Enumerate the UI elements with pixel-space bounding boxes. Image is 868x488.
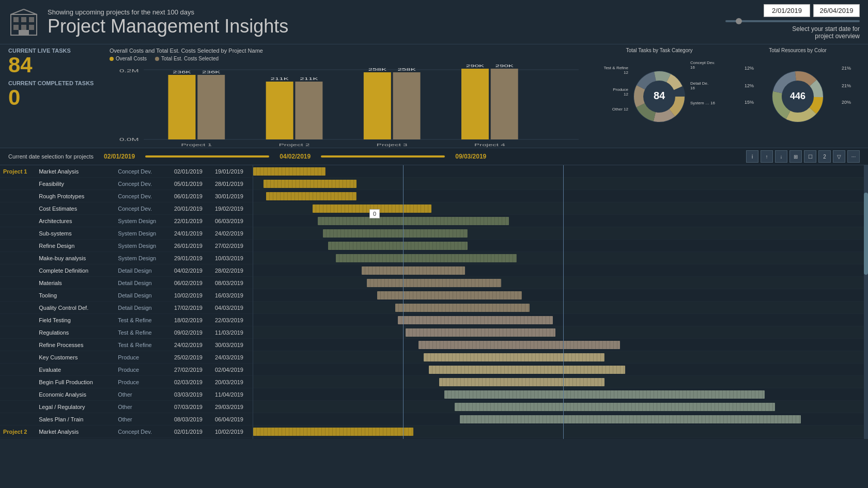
gantt-row[interactable]: Legal / Regulatory Other 07/03/2019 29/0… xyxy=(0,401,253,413)
legend-est-label: Total Est. Costs Selected xyxy=(161,56,219,61)
gantt-scrollbar-thumb[interactable] xyxy=(864,193,868,275)
gantt-start: 26/01/2019 xyxy=(171,242,212,250)
gantt-project xyxy=(0,270,36,272)
svg-text:236K: 236K xyxy=(202,70,220,74)
svg-rect-25 xyxy=(393,72,421,139)
info-icon[interactable]: i xyxy=(746,150,758,163)
gantt-bar[interactable] xyxy=(266,192,357,200)
res-label-6: 20% xyxy=(842,100,860,105)
gantt-bar[interactable] xyxy=(323,229,468,238)
gantt-row[interactable]: Materials Detail Design 06/02/2019 08/03… xyxy=(0,277,253,289)
gantt-bar[interactable] xyxy=(429,366,625,374)
gantt-row[interactable]: Economic Analysis Other 03/03/2019 11/04… xyxy=(0,388,253,401)
gantt-bar[interactable] xyxy=(336,254,517,262)
slider-thumb[interactable] xyxy=(736,18,742,24)
gantt-row[interactable]: Refine Processes Test & Refine 24/02/201… xyxy=(0,339,253,351)
gantt-end: 19/01/2019 xyxy=(212,167,253,176)
export-down-icon[interactable]: ↓ xyxy=(775,150,787,163)
gantt-bar[interactable] xyxy=(460,415,801,423)
gantt-bar[interactable] xyxy=(264,180,357,188)
gantt-bar-row xyxy=(253,215,868,227)
gantt-bar[interactable] xyxy=(253,167,326,176)
date-selection-track-1[interactable] xyxy=(145,155,269,158)
gantt-row[interactable]: Quality Control Def. Detail Design 17/02… xyxy=(0,302,253,314)
gantt-start: 07/03/2019 xyxy=(171,403,212,411)
gantt-start: 03/03/2019 xyxy=(171,390,212,399)
date-selection-track-2[interactable] xyxy=(321,155,445,158)
gantt-start: 29/01/2019 xyxy=(171,254,212,262)
res-label-4: 21% xyxy=(842,66,860,71)
gantt-end: 30/01/2019 xyxy=(212,192,253,200)
gantt-row[interactable]: Sales Plan / Train Other 08/03/2019 06/0… xyxy=(0,413,253,426)
gantt-bar[interactable] xyxy=(377,291,522,300)
gantt-row[interactable]: Architectures System Design 22/01/2019 0… xyxy=(0,215,253,227)
gantt-row[interactable]: Complete Definition Detail Design 04/02/… xyxy=(0,264,253,277)
gantt-bar[interactable] xyxy=(328,242,468,250)
export-up-icon[interactable]: ↑ xyxy=(761,150,773,163)
svg-rect-1 xyxy=(13,17,19,22)
svg-rect-5 xyxy=(21,25,26,30)
svg-rect-20 xyxy=(295,82,322,139)
gantt-end: 06/03/2019 xyxy=(212,217,253,225)
gantt-bar[interactable] xyxy=(398,316,553,324)
gantt-bar-row xyxy=(253,376,868,388)
gantt-bar[interactable] xyxy=(318,217,509,225)
gantt-row[interactable]: Project 1 Market Analysis Concept Dev. 0… xyxy=(0,165,253,178)
gantt-row[interactable]: Field Testing Test & Refine 18/02/2019 2… xyxy=(0,314,253,326)
gantt-start: 08/03/2019 xyxy=(171,415,212,423)
date-range-slider[interactable] xyxy=(725,20,860,22)
bar-chart-legend: Overall Costs Total Est. Costs Selected xyxy=(110,56,579,61)
more-icon[interactable]: ··· xyxy=(847,150,860,163)
svg-rect-3 xyxy=(29,17,34,22)
gantt-category: Produce xyxy=(115,366,171,374)
gantt-row[interactable]: Regulations Test & Refine 09/02/2019 11/… xyxy=(0,326,253,339)
gantt-bar[interactable] xyxy=(253,428,413,436)
gantt-task: Economic Analysis xyxy=(36,390,115,399)
gantt-row[interactable]: Begin Full Production Produce 02/03/2019… xyxy=(0,376,253,388)
gantt-category: Detail Design xyxy=(115,291,171,300)
gantt-bar[interactable] xyxy=(395,304,530,312)
start-date-input[interactable]: 2/01/2019 xyxy=(764,4,810,17)
gantt-start: 02/01/2019 xyxy=(171,167,212,176)
gantt-row[interactable]: Refine Design System Design 26/01/2019 2… xyxy=(0,240,253,252)
filter-icon[interactable]: ▽ xyxy=(833,150,845,163)
gantt-category: Detail Design xyxy=(115,266,171,275)
gantt-row[interactable]: Rough Prototypes Concept Dev. 06/01/2019… xyxy=(0,190,253,202)
gantt-bar[interactable] xyxy=(406,328,555,337)
gantt-start: 02/01/2019 xyxy=(171,428,212,436)
gantt-bar[interactable] xyxy=(424,353,605,361)
gantt-bar[interactable] xyxy=(313,204,431,213)
count-icon[interactable]: 2 xyxy=(818,150,831,163)
title-accent: Insights xyxy=(224,15,288,37)
gantt-start: 24/01/2019 xyxy=(171,229,212,238)
gantt-row[interactable]: Make-buy analysis System Design 29/01/20… xyxy=(0,252,253,264)
svg-text:Project 1: Project 1 xyxy=(181,143,212,147)
gantt-row[interactable]: Tooling Detail Design 10/02/2019 16/03/2… xyxy=(0,289,253,302)
gantt-project xyxy=(0,344,36,346)
gantt-chart-area[interactable] xyxy=(253,165,868,439)
gantt-bar[interactable] xyxy=(367,279,501,287)
gantt-row[interactable]: Feasibility Concept Dev. 05/01/2019 28/0… xyxy=(0,178,253,190)
gantt-category: Detail Design xyxy=(115,304,171,312)
gantt-row[interactable]: Cost Estimates Concept Dev. 20/01/2019 1… xyxy=(0,202,253,215)
gantt-bar[interactable] xyxy=(419,341,620,349)
gantt-start: 17/02/2019 xyxy=(171,304,212,312)
gantt-project xyxy=(0,406,36,408)
gantt-bar[interactable] xyxy=(455,403,775,411)
gantt-bar[interactable] xyxy=(444,390,765,399)
gantt-scrollbar[interactable] xyxy=(864,165,868,439)
end-date-input[interactable]: 26/04/2019 xyxy=(813,4,860,17)
svg-line-9 xyxy=(24,9,37,14)
gantt-bar-row xyxy=(253,413,868,426)
gantt-row[interactable]: Evaluate Produce 27/02/2019 02/04/2019 xyxy=(0,364,253,376)
gantt-row[interactable]: Key Customers Produce 25/02/2019 24/03/2… xyxy=(0,351,253,364)
toolbar-icons: i ↑ ↓ ⊞ ☐ 2 ▽ ··· xyxy=(746,150,860,163)
gantt-row[interactable]: Sub-systems System Design 24/01/2019 24/… xyxy=(0,227,253,240)
gantt-row[interactable]: Project 2 Market Analysis Concept Dev. 0… xyxy=(0,426,253,438)
gantt-bar[interactable] xyxy=(439,378,605,386)
grid-icon[interactable]: ⊞ xyxy=(789,150,802,163)
gantt-bar[interactable] xyxy=(362,266,465,275)
page-icon[interactable]: ☐ xyxy=(804,150,816,163)
date-inputs[interactable]: 2/01/2019 26/04/2019 xyxy=(764,4,860,17)
gantt-bar-row xyxy=(253,165,868,178)
